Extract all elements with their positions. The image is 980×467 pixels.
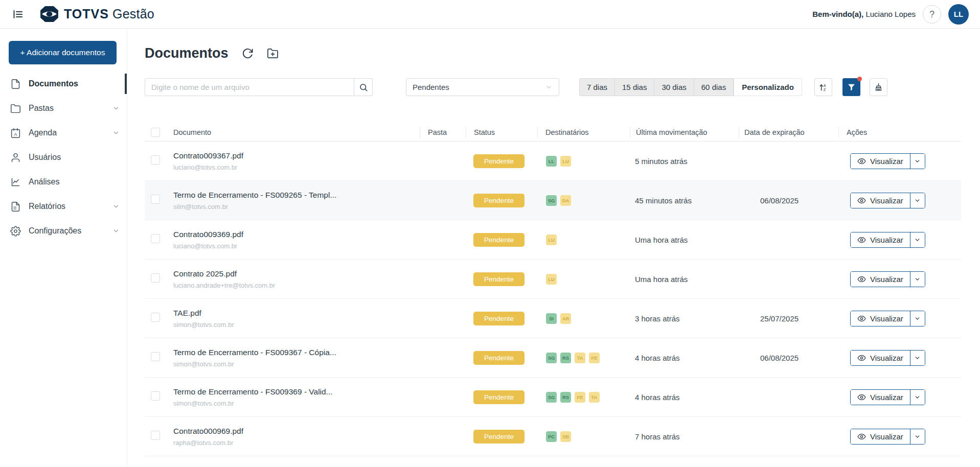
sidebar-item-analises[interactable]: Análises bbox=[0, 170, 127, 194]
sidebar-collapse-icon[interactable] bbox=[9, 6, 27, 23]
row-checkbox[interactable] bbox=[151, 391, 160, 401]
visualize-button[interactable]: Visualizar bbox=[851, 429, 910, 444]
table-row: Termo de Encerramento - FS009265 - Templ… bbox=[145, 181, 961, 220]
recipient-chip: SI bbox=[546, 313, 557, 324]
welcome-text: Bem-vindo(a), Luciano Lopes bbox=[812, 10, 916, 18]
last-movement: Uma hora atrás bbox=[630, 236, 739, 244]
eye-icon bbox=[857, 314, 866, 323]
eye-icon bbox=[857, 432, 866, 441]
actions-dropdown-button[interactable] bbox=[910, 429, 925, 444]
totvs-logo-mark bbox=[40, 6, 59, 22]
user-icon bbox=[10, 152, 21, 163]
row-checkbox[interactable] bbox=[151, 234, 160, 243]
table-header: Documento Pasta Status Destinatários Últ… bbox=[145, 123, 961, 142]
sort-az-icon[interactable]: AZ bbox=[814, 78, 832, 96]
visualize-button[interactable]: Visualizar bbox=[851, 193, 910, 208]
table-row: Contrato000969.pdf rapha@totvs.com.br Pe… bbox=[145, 417, 961, 456]
row-checkbox[interactable] bbox=[151, 431, 160, 440]
last-movement: 4 horas atrás bbox=[630, 354, 739, 362]
recipient-chip: SG bbox=[546, 353, 557, 363]
help-button[interactable]: ? bbox=[923, 5, 941, 24]
chevron-down-icon bbox=[914, 433, 921, 440]
status-filter-select[interactable]: Pendentes bbox=[406, 78, 559, 96]
header-documento: Documento bbox=[173, 127, 420, 138]
chevron-down-icon bbox=[914, 158, 921, 165]
brand-name-light: Gestão bbox=[112, 7, 154, 21]
actions-dropdown-button[interactable] bbox=[910, 193, 925, 208]
sidebar-item-relatorios[interactable]: Relatórios bbox=[0, 194, 127, 219]
sidebar-item-agenda[interactable]: A Agenda bbox=[0, 121, 127, 145]
actions-dropdown-button[interactable] bbox=[910, 311, 925, 326]
clear-filters-broom-icon[interactable] bbox=[870, 78, 887, 96]
recipient-chip: PC bbox=[546, 431, 557, 442]
status-badge: Pendente bbox=[473, 390, 525, 404]
refresh-icon[interactable] bbox=[242, 48, 254, 59]
recipient-chip: DA bbox=[560, 195, 571, 206]
table-row: TAE.pdf simon@totvs.com.br Pendente SIAR… bbox=[145, 299, 961, 338]
sidebar-item-documentos[interactable]: Documentos bbox=[0, 72, 127, 96]
actions-dropdown-button[interactable] bbox=[910, 154, 925, 169]
add-documents-button[interactable]: + Adicionar documentos bbox=[9, 41, 117, 64]
visualize-button[interactable]: Visualizar bbox=[851, 232, 910, 247]
row-checkbox[interactable] bbox=[151, 313, 160, 322]
actions-dropdown-button[interactable] bbox=[910, 272, 925, 287]
documents-table: Documento Pasta Status Destinatários Últ… bbox=[145, 123, 961, 456]
recipient-chip: FE bbox=[575, 392, 585, 403]
document-owner-email: luciano@totvs.com.br bbox=[173, 164, 420, 171]
avatar[interactable]: LL bbox=[948, 4, 969, 25]
row-checkbox[interactable] bbox=[151, 155, 160, 165]
header-status: Status bbox=[466, 127, 537, 138]
document-icon bbox=[10, 79, 21, 89]
search-input[interactable] bbox=[145, 78, 354, 96]
recipients-cell: SIAR bbox=[537, 313, 630, 324]
search-icon[interactable] bbox=[354, 78, 373, 96]
recipient-chip: LU bbox=[560, 156, 571, 167]
visualize-button[interactable]: Visualizar bbox=[851, 351, 910, 365]
visualize-button[interactable]: Visualizar bbox=[851, 311, 910, 326]
select-all-checkbox[interactable] bbox=[151, 128, 160, 137]
document-owner-email: luciano.andrade+tre@totvs.com.br bbox=[173, 282, 420, 289]
filter-funnel-icon[interactable] bbox=[842, 78, 860, 96]
visualize-button[interactable]: Visualizar bbox=[851, 272, 910, 287]
sidebar-item-usuarios[interactable]: Usuários bbox=[0, 145, 127, 170]
expiration-date: 06/08/2025 bbox=[739, 196, 838, 205]
calendar-icon: A bbox=[10, 128, 21, 138]
actions-dropdown-button[interactable] bbox=[910, 351, 925, 365]
visualize-button[interactable]: Visualizar bbox=[851, 154, 910, 169]
range-30-dias-button[interactable]: 30 dias bbox=[654, 78, 694, 96]
status-badge: Pendente bbox=[473, 430, 525, 443]
range-60-dias-button[interactable]: 60 dias bbox=[694, 78, 734, 96]
header-pasta: Pasta bbox=[420, 127, 466, 138]
last-movement: 5 minutos atrás bbox=[630, 157, 739, 166]
eye-icon bbox=[857, 236, 866, 244]
eye-icon bbox=[857, 196, 866, 205]
table-row: Contrato009367.pdf luciano@totvs.com.br … bbox=[145, 142, 961, 181]
visualize-button[interactable]: Visualizar bbox=[851, 390, 910, 405]
report-icon bbox=[10, 201, 21, 212]
eye-icon bbox=[857, 354, 866, 362]
actions-dropdown-button[interactable] bbox=[910, 390, 925, 405]
recipients-cell: LU bbox=[537, 274, 630, 285]
sidebar-item-pastas[interactable]: Pastas bbox=[0, 96, 127, 121]
document-owner-email: luciano@totvs.com.br bbox=[173, 242, 420, 250]
page-title: Documentos bbox=[145, 45, 229, 61]
sidebar: + Adicionar documentos Documentos Pastas… bbox=[0, 29, 127, 467]
actions-dropdown-button[interactable] bbox=[910, 232, 925, 247]
eye-icon bbox=[857, 157, 866, 166]
folder-plus-icon[interactable] bbox=[267, 48, 279, 59]
last-movement: 7 horas atrás bbox=[630, 432, 739, 441]
expiration-date: 25/07/2025 bbox=[739, 314, 838, 323]
document-name: Termo de Encerramento - FS009367 - Cópia… bbox=[173, 348, 420, 357]
row-checkbox[interactable] bbox=[151, 352, 160, 361]
gear-icon bbox=[10, 226, 21, 237]
row-checkbox[interactable] bbox=[151, 273, 160, 283]
range-7-dias-button[interactable]: 7 dias bbox=[579, 78, 615, 96]
document-name: Termo de Encerramento - FS009369 - Valid… bbox=[173, 387, 420, 396]
recipient-chip: LU bbox=[546, 235, 557, 245]
row-checkbox[interactable] bbox=[151, 195, 160, 204]
range-personalizado-button[interactable]: Personalizado bbox=[734, 78, 802, 96]
document-owner-email: simon@totvs.com.br bbox=[173, 360, 420, 368]
range-15-dias-button[interactable]: 15 dias bbox=[615, 78, 654, 96]
recipient-chip: LU bbox=[546, 274, 557, 285]
sidebar-item-configuracoes[interactable]: Configurações bbox=[0, 219, 127, 243]
